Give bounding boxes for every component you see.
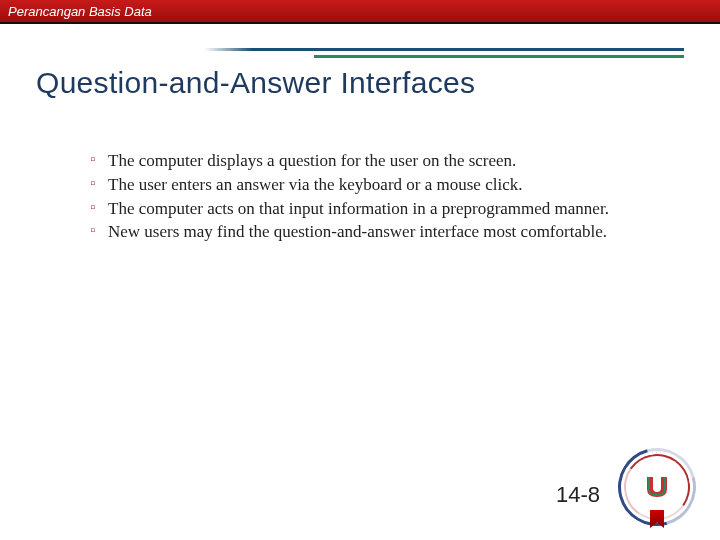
page-number: 14-8 — [556, 482, 600, 508]
list-item: The user enters an answer via the keyboa… — [90, 174, 670, 196]
list-item: The computer acts on that input informat… — [90, 198, 670, 220]
logo-microtext: · · · — [652, 450, 663, 455]
divider-line-green — [314, 55, 684, 58]
title-divider — [36, 42, 684, 62]
slide: Perancangan Basis Data Question-and-Answ… — [0, 0, 720, 540]
header-bar: Perancangan Basis Data — [0, 0, 720, 24]
divider-line-blue — [204, 48, 684, 51]
slide-title: Question-and-Answer Interfaces — [36, 66, 684, 100]
list-item: The computer displays a question for the… — [90, 150, 670, 172]
list-item: New users may find the question-and-answ… — [90, 221, 670, 243]
course-title: Perancangan Basis Data — [8, 4, 152, 19]
title-zone: Question-and-Answer Interfaces — [0, 42, 720, 100]
institution-logo: · · · — [618, 448, 696, 526]
content-area: The computer displays a question for the… — [90, 150, 670, 245]
logo-mark — [643, 473, 671, 501]
bullet-list: The computer displays a question for the… — [90, 150, 670, 243]
